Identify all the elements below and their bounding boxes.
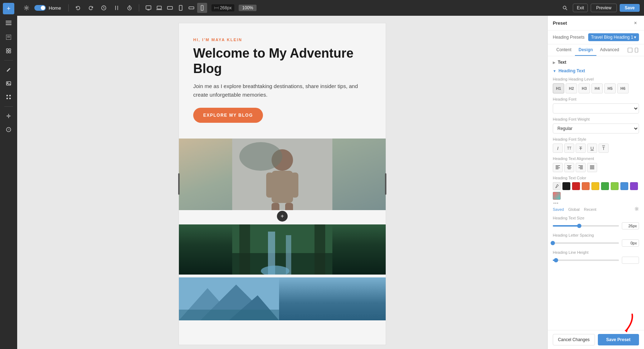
align-right-btn[interactable] [576,163,586,172]
timer-icon[interactable] [125,3,135,13]
color-red[interactable] [572,182,580,190]
color-orange[interactable] [582,182,590,190]
color-tab-recent[interactable]: Recent [584,207,596,212]
mode-toggle[interactable] [34,5,46,11]
line-height-input[interactable] [622,257,639,264]
color-yellow[interactable] [591,182,599,190]
resize-handle-right[interactable] [384,23,387,345]
divider [4,60,13,60]
right-panel: Preset × Heading Presets Travel Blog Hea… [547,16,644,349]
letter-spacing-slider[interactable] [553,242,619,244]
strikethrough-btn[interactable]: T [576,144,586,153]
save-preset-button[interactable]: Save Preset [598,334,639,345]
color-green[interactable] [601,182,609,190]
svg-rect-62 [635,48,638,52]
panel-close-button[interactable]: × [632,19,639,26]
svg-rect-70 [568,169,571,169]
preset-dropdown[interactable]: Travel Blog Heading 1 ▾ [588,33,639,41]
zoom-input[interactable] [239,5,257,11]
tablet-landscape-btn[interactable] [165,3,175,13]
tab-advanced[interactable]: Advanced [596,44,623,56]
edit-icon[interactable] [3,64,14,76]
text-section-title: Text [558,60,566,65]
overline-btn[interactable]: T [599,144,609,153]
apps-icon[interactable] [3,91,14,103]
mobile-portrait-btn[interactable] [197,3,207,13]
color-light-green[interactable] [611,182,619,190]
laptop-btn[interactable] [154,3,164,13]
color-tab-saved[interactable]: Saved [553,207,564,212]
svg-rect-64 [556,166,558,167]
heading-level-h6[interactable]: H6 [617,83,629,93]
heading-level-h5[interactable]: H5 [604,83,616,93]
letter-spacing-input[interactable] [622,239,639,247]
heading-text-color-label: Heading Text Color [553,176,639,180]
tools-icon[interactable] [3,110,14,122]
undo-icon[interactable] [73,3,83,13]
text-section-header[interactable]: ▶ Text [553,60,639,65]
heading-font-select[interactable] [553,103,639,113]
waterfall-image [179,224,386,275]
preview-button[interactable]: Preview [591,4,617,12]
cancel-changes-button[interactable]: Cancel Changes [553,334,595,345]
exit-button[interactable]: Exit [573,4,588,12]
color-black[interactable] [562,182,570,190]
columns-icon[interactable] [112,3,122,13]
history-icon[interactable] [99,3,109,13]
svg-rect-51 [239,224,250,275]
pages-icon[interactable] [3,31,14,43]
explore-button[interactable]: EXPLORE MY BLOG [193,108,263,123]
search-icon[interactable] [560,3,570,13]
preset-value: Travel Blog Heading 1 [591,35,633,40]
heading-level-h1[interactable]: H1 [553,83,564,93]
color-tab-global[interactable]: Global [568,207,580,212]
panel-body: ▶ Text ▼ Heading Text Heading Heading Le… [548,56,644,330]
layers-icon[interactable] [3,18,14,29]
heading-text-section-header[interactable]: ▼ Heading Text [553,68,639,73]
color-purple[interactable] [630,182,638,190]
elements-icon[interactable] [3,45,14,57]
save-button[interactable]: Save [620,4,640,12]
tab-content[interactable]: Content [553,44,575,56]
help-icon[interactable]: ? [3,124,14,135]
media-icon[interactable] [3,78,14,89]
svg-rect-34 [189,7,194,9]
heading-text-title: Heading Text [558,68,585,73]
align-center-btn[interactable] [564,163,574,172]
svg-rect-32 [167,6,172,9]
color-blue[interactable] [620,182,628,190]
svg-rect-63 [556,165,560,166]
more-colors-btn[interactable] [553,202,559,204]
heading-level-h3[interactable]: H3 [579,83,590,93]
tablet-portrait-btn[interactable] [176,3,186,13]
small-caps-btn[interactable]: TT [564,144,574,153]
svg-rect-74 [580,169,583,169]
color-gradient[interactable] [553,192,561,200]
settings-icon[interactable] [21,3,31,13]
mobile-landscape-btn[interactable] [186,3,196,13]
line-height-slider[interactable] [553,260,619,261]
text-size-slider[interactable] [553,225,619,227]
desktop-btn[interactable] [143,3,153,13]
redo-icon[interactable] [86,3,96,13]
width-display: 268px [211,4,235,11]
heading-font-style-label: Heading Font Style [553,137,639,141]
add-block-button[interactable]: + [277,211,288,222]
italic-btn[interactable]: I [553,144,563,153]
underline-btn[interactable]: U [587,144,597,153]
color-settings-icon[interactable] [634,207,639,212]
add-element-button[interactable]: + [3,3,14,14]
align-left-btn[interactable] [553,163,563,172]
text-size-input[interactable] [622,222,639,229]
svg-rect-77 [590,168,594,168]
heading-level-h2[interactable]: H2 [566,83,577,93]
color-picker-eyedropper[interactable] [553,182,561,190]
sep2 [139,4,139,11]
tab-design[interactable]: Design [575,44,596,56]
heading-font-weight-select[interactable]: Regular [553,123,639,134]
svg-rect-6 [6,49,8,50]
align-justify-btn[interactable] [587,163,597,172]
heading-level-h4[interactable]: H4 [591,83,603,93]
resize-handle-left[interactable] [177,23,180,345]
blog-subtitle: HI, I'M MAYA KLEIN [193,38,371,42]
